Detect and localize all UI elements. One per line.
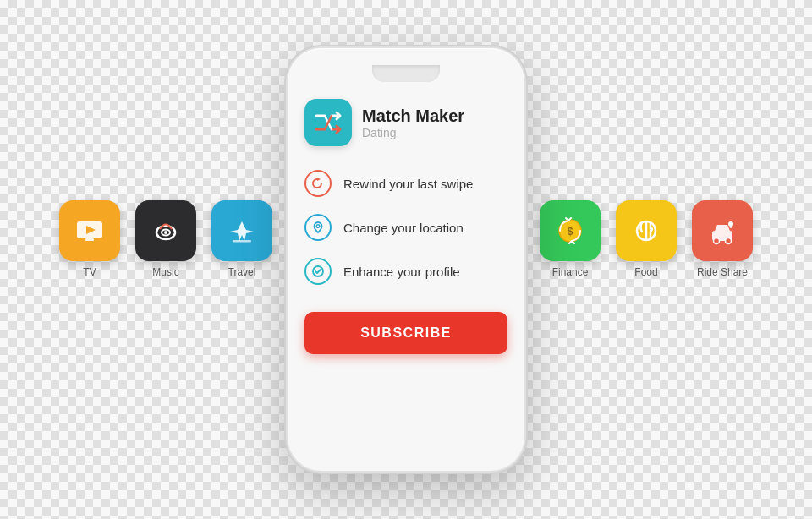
phone-notch xyxy=(372,65,440,82)
music-label: Music xyxy=(152,266,178,278)
app-icon-finance: $ xyxy=(540,200,601,261)
svg-text:$: $ xyxy=(568,226,573,238)
svg-point-15 xyxy=(728,221,733,227)
enhance-text: Enhance your profile xyxy=(343,265,460,279)
svg-rect-1 xyxy=(85,238,94,241)
food-label: Food xyxy=(634,266,657,278)
app-icon-music xyxy=(135,200,196,261)
location-icon xyxy=(304,214,332,241)
app-icon-travel xyxy=(211,200,272,261)
app-icon-item-rideshare[interactable]: Ride Share xyxy=(692,200,753,278)
tv-label: TV xyxy=(83,266,96,278)
svg-point-14 xyxy=(726,238,732,244)
svg-point-13 xyxy=(714,238,720,244)
subscribe-button[interactable]: SUBSCRIBE xyxy=(304,312,508,354)
app-icon-item-travel[interactable]: Travel xyxy=(211,200,272,278)
rewind-text: Rewind your last swipe xyxy=(343,177,473,191)
app-logo xyxy=(304,99,352,146)
app-title: Match Maker xyxy=(362,107,464,126)
app-icon-item-tv[interactable]: TV xyxy=(59,200,120,278)
app-icon-item-food[interactable]: Food xyxy=(616,200,677,278)
phone-content: Match Maker Dating Rewind your last swip… xyxy=(288,99,524,471)
feature-list: Rewind your last swipe Change your locat… xyxy=(304,170,508,285)
feature-item-rewind: Rewind your last swipe xyxy=(304,170,508,197)
enhance-icon xyxy=(304,258,332,285)
app-icon-rideshare xyxy=(692,200,753,261)
app-icon-item-finance[interactable]: $ Finance xyxy=(540,200,601,278)
match-maker-logo-svg xyxy=(310,104,347,141)
app-header: Match Maker Dating xyxy=(304,99,508,146)
app-icon-food xyxy=(616,200,677,261)
app-subtitle: Dating xyxy=(362,126,464,139)
svg-point-18 xyxy=(316,225,320,228)
travel-label: Travel xyxy=(228,266,256,278)
app-icon-tv xyxy=(59,200,120,261)
svg-rect-6 xyxy=(233,240,251,243)
feature-item-enhance: Enhance your profile xyxy=(304,258,508,285)
svg-point-5 xyxy=(164,231,167,234)
app-title-group: Match Maker Dating xyxy=(362,107,464,139)
app-icon-item-music[interactable]: Music xyxy=(135,200,196,278)
rewind-icon xyxy=(304,170,332,197)
feature-item-location: Change your location xyxy=(304,214,508,241)
location-text: Change your location xyxy=(343,221,464,235)
phone: Match Maker Dating Rewind your last swip… xyxy=(288,48,524,471)
scene: TV Music Travel xyxy=(0,0,812,519)
finance-label: Finance xyxy=(552,266,589,278)
rideshare-label: Ride Share xyxy=(697,266,748,278)
